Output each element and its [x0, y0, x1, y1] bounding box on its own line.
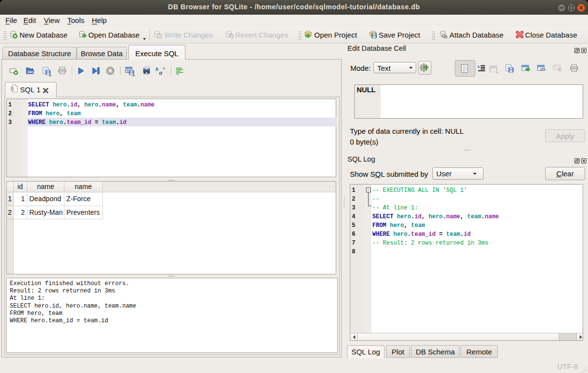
svg-text:b: b [156, 66, 159, 72]
svg-text:a: a [159, 69, 162, 76]
